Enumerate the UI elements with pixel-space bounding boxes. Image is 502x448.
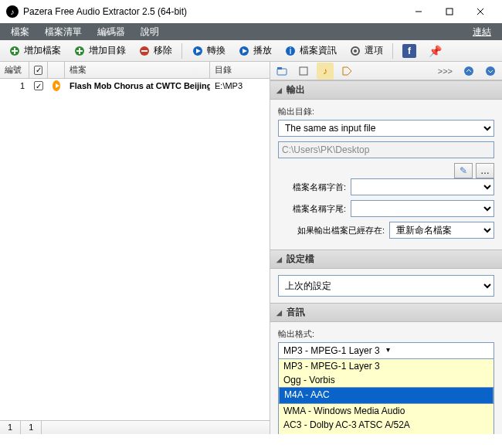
menu-filelist[interactable]: 檔案清單 (37, 24, 90, 40)
status-count: 1 (0, 421, 21, 434)
close-button[interactable] (465, 1, 496, 22)
col-dir[interactable]: 目錄 (210, 62, 270, 78)
format-option[interactable]: AC3 - Dolby AC-3 ATSC A/52A (279, 418, 494, 432)
svg-text:i: i (290, 46, 292, 56)
info-icon: i (284, 45, 297, 57)
cell-check[interactable] (29, 81, 48, 90)
remove-button[interactable]: 移除 (133, 42, 178, 59)
convert-label: 轉換 (207, 44, 226, 57)
file-info-button[interactable]: i 檔案資訊 (279, 42, 342, 59)
chevron-down-icon: ▾ (386, 345, 489, 356)
svg-rect-21 (277, 67, 282, 70)
format-option[interactable]: Ogg - Vorbis (279, 373, 494, 387)
section-output-body: 輸出目錄: The same as input file ✎ … 檔案名稱字首:… (270, 100, 502, 249)
minimize-button[interactable] (403, 1, 434, 22)
pin-icon: 📌 (429, 45, 442, 57)
cell-icon (48, 80, 65, 91)
table-row[interactable]: 1 Flash Mob Chorus at CWTC Beijing(108..… (0, 79, 270, 93)
browse-path-button[interactable]: … (476, 163, 494, 178)
plus-icon (73, 45, 86, 57)
tab-audio-icon[interactable]: ♪ (317, 63, 334, 80)
section-output-title: 輸出 (287, 83, 305, 97)
exists-label: 如果輸出檔案已經存在: (278, 225, 385, 236)
chevron-icon[interactable]: >>> (435, 66, 456, 76)
settings-panel: ♪ >>> ◢ 輸出 輸出目錄: The same as input file (270, 62, 502, 434)
outdir-label: 輸出目錄: (278, 106, 494, 117)
collapse-button[interactable] (460, 63, 477, 80)
format-dropdown-list[interactable]: MP3 - MPEG-1 Layer 3Ogg - VorbisM4A - AA… (279, 359, 494, 434)
options-button[interactable]: 選項 (344, 42, 388, 59)
titlebar: ♪ Pazera Free Audio Extractor 2.5 (64-bi… (0, 0, 502, 23)
tab-output-icon[interactable] (273, 63, 290, 80)
svg-rect-20 (277, 69, 287, 75)
cell-dir: E:\MP3 (210, 81, 270, 90)
col-check[interactable] (29, 62, 48, 78)
convert-icon (192, 45, 204, 57)
svg-marker-23 (343, 67, 351, 75)
svg-point-24 (464, 66, 473, 76)
grid-header: 編號 檔案 目錄 (0, 62, 270, 79)
add-file-button[interactable]: 增加檔案 (3, 42, 66, 59)
outdir-select[interactable]: The same as input file (278, 120, 494, 137)
col-file[interactable]: 檔案 (65, 62, 210, 78)
format-option[interactable]: M4A - AAC (279, 387, 494, 404)
play-label: 播放 (253, 44, 272, 57)
prefix-select[interactable] (351, 178, 494, 195)
section-profile-title: 設定檔 (287, 253, 314, 266)
chevron-down-icon: ◢ (276, 87, 282, 94)
facebook-icon: f (402, 44, 416, 58)
play-icon (238, 45, 250, 57)
app-icon: ♪ (6, 5, 19, 18)
col-number[interactable]: 編號 (0, 62, 29, 78)
menu-file[interactable]: 檔案 (3, 24, 37, 40)
svg-point-19 (354, 49, 357, 53)
facebook-button[interactable]: f (397, 42, 422, 60)
section-output[interactable]: ◢ 輸出 (270, 80, 502, 100)
edit-path-button[interactable]: ✎ (454, 163, 473, 178)
status-checked: 1 (21, 421, 42, 434)
suffix-label: 檔案名稱字尾: (278, 203, 346, 215)
format-selected-text: MP3 - MPEG-1 Layer 3 (283, 345, 386, 356)
chevron-down-icon: ◢ (276, 309, 282, 317)
col-icon (48, 62, 65, 78)
section-audio[interactable]: ◢ 音訊 (270, 303, 502, 322)
chevron-down-icon: ◢ (276, 256, 282, 263)
expand-button[interactable] (482, 63, 499, 80)
menu-link[interactable]: 連結 (465, 24, 499, 40)
window-title: Pazera Free Audio Extractor 2.5 (64-bit) (23, 6, 403, 17)
section-profile[interactable]: ◢ 設定檔 (270, 249, 502, 269)
gear-icon (349, 45, 361, 57)
svg-rect-1 (446, 8, 453, 15)
pin-button[interactable]: 📌 (423, 42, 447, 59)
tab-profile-icon[interactable] (295, 63, 312, 80)
add-file-label: 增加檔案 (24, 44, 61, 57)
format-option[interactable]: MP3 - MPEG-1 Layer 3 (279, 359, 494, 373)
status-bar: 1 1 (0, 420, 270, 434)
path-field[interactable] (278, 141, 494, 158)
section-audio-body: 輸出格式: MP3 - MPEG-1 Layer 3 ▾ MP3 - MPEG-… (270, 322, 502, 434)
format-option[interactable]: AAC - ADTS (279, 432, 494, 434)
profile-select[interactable]: 上次的設定 (278, 275, 494, 297)
svg-point-25 (486, 66, 495, 76)
cell-num: 1 (0, 81, 29, 90)
format-combobox[interactable]: MP3 - MPEG-1 Layer 3 ▾ MP3 - MPEG-1 Laye… (278, 342, 494, 434)
maximize-button[interactable] (434, 1, 465, 22)
menu-encoder[interactable]: 編碼器 (90, 24, 133, 40)
file-info-label: 檔案資訊 (300, 44, 337, 57)
convert-button[interactable]: 轉換 (186, 42, 231, 59)
svg-rect-22 (300, 67, 307, 75)
format-option[interactable]: WMA - Windows Media Audio (279, 404, 494, 418)
menu-help[interactable]: 說明 (133, 24, 167, 40)
tab-tag-icon[interactable] (338, 63, 355, 80)
settings-body: ◢ 輸出 輸出目錄: The same as input file ✎ … 檔案… (270, 80, 502, 434)
grid-body[interactable]: 1 Flash Mob Chorus at CWTC Beijing(108..… (0, 79, 270, 420)
settings-tabs: ♪ >>> (270, 62, 502, 80)
file-list-panel: 編號 檔案 目錄 1 Flash Mob Chorus at CWTC Beij… (0, 62, 270, 434)
music-note-icon: ♪ (323, 66, 327, 76)
exists-select[interactable]: 重新命名檔案 (389, 222, 494, 239)
format-selected[interactable]: MP3 - MPEG-1 Layer 3 ▾ (279, 343, 494, 359)
suffix-select[interactable] (351, 200, 494, 217)
add-dir-button[interactable]: 增加目錄 (68, 42, 131, 59)
play-button[interactable]: 播放 (232, 42, 277, 59)
remove-label: 移除 (154, 44, 172, 57)
